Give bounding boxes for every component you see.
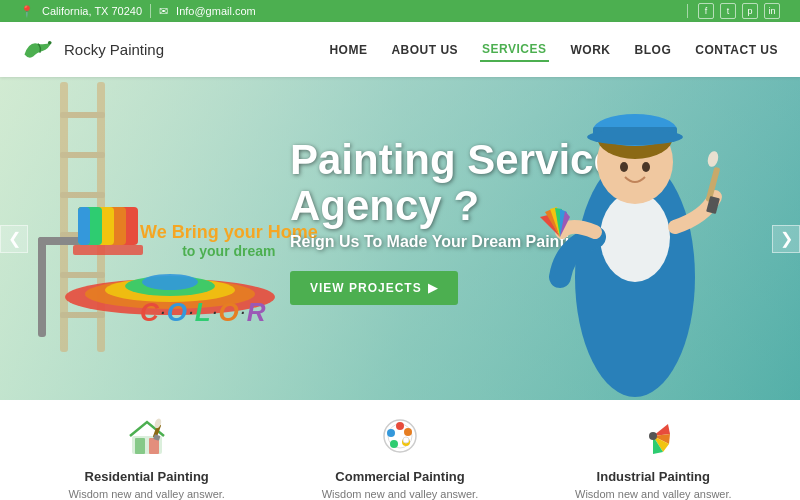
hero-next-button[interactable]: ❯	[772, 225, 800, 253]
nav-about[interactable]: ABOUT US	[389, 39, 460, 61]
hero-title-line2: Agency ?	[290, 182, 479, 229]
service-commercial: Commercial Painting Wisdom new and valle…	[300, 416, 500, 484]
chevron-right-icon: ❯	[780, 229, 793, 248]
view-projects-label: VIEW PROJECTS	[310, 281, 422, 295]
svg-rect-9	[38, 237, 46, 337]
location-pin-icon: 📍	[20, 5, 34, 18]
svg-rect-16	[73, 245, 143, 255]
social-icons-group: f t p in	[698, 3, 780, 19]
color-letter-l: L	[195, 297, 211, 328]
industrial-desc: Wisdom new and valley answer.	[575, 488, 732, 500]
pinterest-icon[interactable]: p	[742, 3, 758, 19]
svg-point-47	[403, 437, 409, 443]
logo-bird-icon	[20, 36, 56, 64]
svg-point-21	[142, 274, 198, 290]
dot4: ·	[241, 305, 245, 321]
svg-rect-35	[135, 438, 145, 454]
color-letter-o2: O	[219, 297, 239, 328]
email-icon: ✉	[159, 5, 168, 18]
svg-point-28	[587, 129, 683, 145]
svg-point-30	[642, 162, 650, 172]
linkedin-icon[interactable]: in	[764, 3, 780, 19]
service-residential: Residential Painting Wisdom new and vall…	[47, 416, 247, 484]
color-letter-c: C	[140, 297, 159, 328]
top-bar-left: 📍 California, TX 70240 ✉ Info@gmail.com	[20, 4, 256, 18]
color-letters: C · O · L · O · R	[140, 297, 265, 328]
arrow-right-icon: ▶	[428, 281, 438, 295]
nav-services[interactable]: SERVICES	[480, 38, 548, 62]
industrial-icon	[633, 416, 673, 463]
nav-home[interactable]: HOME	[327, 39, 369, 61]
main-nav: HOME ABOUT US SERVICES WORK BLOG CONTACT…	[327, 38, 780, 62]
services-section: Residential Painting Wisdom new and vall…	[0, 400, 800, 500]
industrial-title: Industrial Painting	[597, 469, 710, 484]
email-text: Info@gmail.com	[176, 5, 256, 17]
painter-person	[520, 77, 750, 400]
service-industrial: Industrial Painting Wisdom new and valle…	[553, 416, 753, 484]
svg-point-42	[396, 422, 404, 430]
nav-contact[interactable]: CONTACT US	[693, 39, 780, 61]
svg-point-45	[390, 440, 398, 448]
nav-blog[interactable]: BLOG	[633, 39, 674, 61]
hero-section: We Bring your Home to your dream C · O ·…	[0, 77, 800, 400]
color-letter-r: R	[247, 297, 266, 328]
commercial-icon	[380, 416, 420, 463]
chevron-left-icon: ❮	[8, 229, 21, 248]
svg-point-33	[706, 150, 720, 168]
dot1: ·	[161, 305, 165, 321]
svg-rect-4	[60, 152, 105, 158]
color-letter-o1: O	[167, 297, 187, 328]
svg-point-46	[387, 429, 395, 437]
header: Rocky Painting HOME ABOUT US SERVICES WO…	[0, 22, 800, 77]
facebook-icon[interactable]: f	[698, 3, 714, 19]
svg-point-43	[404, 428, 412, 436]
view-projects-button[interactable]: VIEW PROJECTS ▶	[290, 271, 458, 305]
twitter-icon[interactable]: t	[720, 3, 736, 19]
commercial-desc: Wisdom new and valley answer.	[322, 488, 479, 500]
svg-point-48	[649, 432, 657, 440]
dot2: ·	[189, 305, 193, 321]
logo: Rocky Painting	[20, 36, 164, 64]
top-bar: 📍 California, TX 70240 ✉ Info@gmail.com …	[0, 0, 800, 22]
svg-rect-36	[149, 438, 159, 454]
nav-work[interactable]: WORK	[569, 39, 613, 61]
logo-text: Rocky Painting	[64, 41, 164, 58]
divider	[150, 4, 151, 18]
location-text: California, TX 70240	[42, 5, 142, 17]
commercial-title: Commercial Painting	[335, 469, 464, 484]
hero-prev-button[interactable]: ❮	[0, 225, 28, 253]
svg-point-23	[600, 192, 670, 282]
residential-icon	[127, 416, 167, 463]
svg-point-29	[620, 162, 628, 172]
svg-rect-3	[60, 112, 105, 118]
dot3: ·	[213, 305, 217, 321]
svg-rect-15	[78, 207, 90, 245]
social-links: f t p in	[687, 3, 780, 19]
residential-desc: Wisdom new and valley answer.	[68, 488, 225, 500]
divider2	[687, 4, 688, 18]
residential-title: Residential Painting	[85, 469, 209, 484]
svg-point-0	[48, 41, 52, 45]
